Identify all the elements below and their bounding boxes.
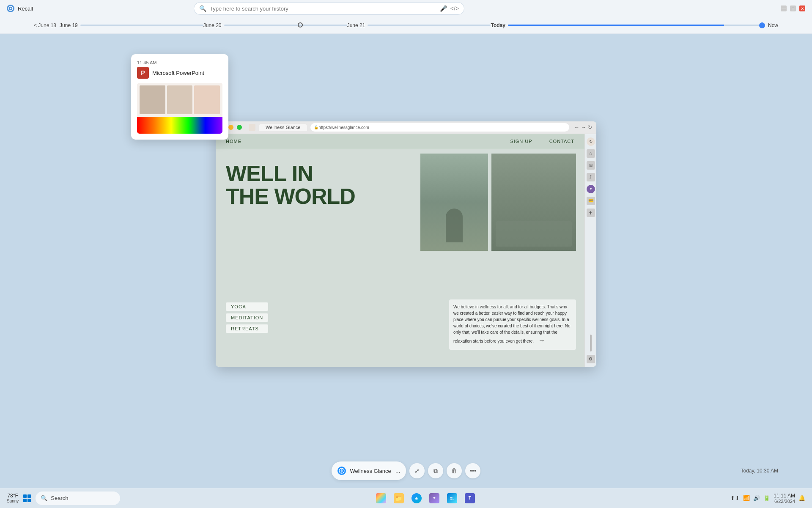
taskbar-app-store[interactable]: 🛍 bbox=[444, 491, 460, 506]
june19-track[interactable] bbox=[80, 25, 203, 26]
taskbar-time: 11:11 AM bbox=[774, 493, 795, 499]
taskbar-date: 6/22/2024 bbox=[774, 499, 795, 504]
weather-widget: 78°F Sunny bbox=[7, 493, 19, 503]
wellness-nav-contact[interactable]: CONTACT bbox=[549, 139, 574, 144]
taskbar-search-icon: 🔍 bbox=[41, 495, 47, 501]
taskbar-app-explorer[interactable]: 📁 bbox=[391, 491, 406, 506]
history-search-input[interactable] bbox=[210, 5, 436, 12]
app-title: Recall bbox=[18, 5, 33, 12]
notification-icon[interactable]: 🔔 bbox=[798, 495, 805, 501]
sidebar-collections-icon[interactable]: ⊞ bbox=[587, 161, 595, 170]
sidebar-add-icon[interactable]: + bbox=[587, 209, 595, 217]
sidebar-wallet-icon[interactable]: 💳 bbox=[587, 197, 595, 205]
main-content-area: Wellness Glance 🔒 https://wellnessglance… bbox=[0, 34, 812, 454]
wellness-body-text: We believe in wellness for all, and for … bbox=[449, 299, 576, 350]
taskbar-app-photos[interactable] bbox=[373, 491, 389, 506]
browser-body: HOME SIGN UP CONTACT WELL IN THE WORLD bbox=[216, 134, 596, 367]
timeline-june21: June 21 bbox=[347, 22, 491, 28]
taskbar-app-edge[interactable]: e bbox=[409, 491, 424, 506]
person-silhouette bbox=[446, 209, 463, 242]
search-icon: 🔍 bbox=[199, 5, 206, 12]
code-icon[interactable]: </> bbox=[450, 5, 459, 12]
recall-icon bbox=[7, 5, 14, 12]
windows-logo-icon bbox=[23, 494, 31, 502]
toolbar-expand-button[interactable]: ⤢ bbox=[409, 463, 425, 478]
scroll-bar[interactable] bbox=[590, 335, 592, 351]
maximize-button[interactable]: □ bbox=[790, 5, 796, 11]
sidebar-refresh-icon[interactable]: ↻ bbox=[587, 137, 595, 146]
june20-track[interactable] bbox=[224, 25, 347, 26]
browser-sidebar: ↻ ☆ ⊞ ⤴ ✦ 💳 + ⚙ bbox=[584, 134, 596, 367]
today-track[interactable] bbox=[508, 25, 762, 26]
wellness-menu: YOGA MEDITATION RETREATS bbox=[226, 302, 268, 333]
june20-label: June 20 bbox=[203, 22, 222, 28]
toolbar-delete-button[interactable]: 🗑 bbox=[447, 463, 462, 478]
wellness-nav-signup[interactable]: SIGN UP bbox=[510, 139, 532, 144]
june21-label: June 21 bbox=[347, 22, 365, 28]
browser-forward-icon[interactable]: → bbox=[581, 124, 586, 130]
wellness-menu-yoga[interactable]: YOGA bbox=[226, 302, 268, 311]
timeline-position-dot[interactable] bbox=[759, 22, 765, 28]
sidebar-bookmark-icon[interactable]: ☆ bbox=[587, 149, 595, 158]
wifi-icon[interactable]: 📶 bbox=[743, 495, 750, 501]
edge-browser-icon bbox=[337, 467, 346, 475]
timeline-bar: < June 18 June 19 June 20 June 21 Today … bbox=[0, 17, 812, 34]
browser-back-icon[interactable]: ← bbox=[574, 124, 579, 130]
sidebar-settings-icon[interactable]: ⚙ bbox=[587, 355, 595, 363]
wellness-menu-retreats[interactable]: RETREATS bbox=[226, 324, 268, 333]
trash-icon: 🗑 bbox=[451, 467, 457, 474]
ppt-tooltip-header: P Microsoft PowerPoint bbox=[137, 67, 222, 79]
browser-min-btn[interactable] bbox=[228, 125, 233, 130]
toolbar-more-button[interactable]: ••• bbox=[465, 463, 480, 478]
sidebar-share-icon[interactable]: ⤴ bbox=[587, 173, 595, 181]
taskbar-clock[interactable]: 11:11 AM 6/22/2024 bbox=[774, 493, 795, 504]
wellness-nav-home[interactable]: HOME bbox=[226, 139, 241, 144]
browser-favicon bbox=[249, 124, 255, 131]
history-search-bar[interactable]: 🔍 🎤 </> bbox=[194, 2, 464, 15]
taskbar-system-tray: ⬆⬇ 📶 🔊 🔋 11:11 AM 6/22/2024 🔔 bbox=[730, 493, 805, 504]
start-button[interactable] bbox=[20, 492, 34, 505]
timeline-june20: June 20 bbox=[203, 22, 347, 28]
title-bar-left: Recall bbox=[7, 5, 33, 12]
wellness-image-yoga bbox=[491, 154, 576, 251]
headline-line2: THE WORLD bbox=[226, 185, 355, 208]
june21-track[interactable] bbox=[368, 25, 491, 26]
weather-temperature: 78°F bbox=[7, 493, 18, 499]
browser-titlebar: Wellness Glance 🔒 https://wellnessglance… bbox=[216, 121, 596, 134]
ppt-img1 bbox=[140, 85, 165, 114]
yoga-deck bbox=[496, 221, 572, 247]
browser-window: Wellness Glance 🔒 https://wellnessglance… bbox=[216, 121, 596, 367]
voice-icon[interactable]: 🎤 bbox=[440, 5, 447, 12]
network-icon[interactable]: ⬆⬇ bbox=[730, 495, 740, 501]
today-label: Today bbox=[491, 22, 505, 28]
browser-max-btn[interactable] bbox=[237, 125, 242, 130]
ppt-img2 bbox=[167, 85, 193, 114]
wellness-site: HOME SIGN UP CONTACT WELL IN THE WORLD bbox=[216, 134, 584, 367]
close-button[interactable]: ✕ bbox=[799, 5, 805, 11]
title-bar: Recall 🔍 🎤 </> — □ ✕ bbox=[0, 0, 812, 17]
wellness-menu-meditation[interactable]: MEDITATION bbox=[226, 313, 268, 322]
toolbar-copy-button[interactable]: ⧉ bbox=[428, 463, 443, 478]
taskbar-search-bar[interactable]: 🔍 Search bbox=[36, 492, 120, 505]
timeline-back-button[interactable]: < June 18 bbox=[34, 22, 56, 28]
wellness-arrow-icon[interactable]: → bbox=[538, 335, 545, 346]
powerpoint-icon: P bbox=[137, 67, 149, 79]
toolbar-dots[interactable]: ... bbox=[395, 467, 401, 474]
taskbar-app-teams[interactable]: T bbox=[462, 491, 477, 506]
minimize-button[interactable]: — bbox=[781, 5, 787, 11]
ppt-rainbow-bar bbox=[137, 117, 222, 134]
headline-line1: WELL IN bbox=[226, 162, 355, 185]
browser-nav-icons: ← → ↻ bbox=[574, 124, 592, 130]
ppt-preview[interactable] bbox=[137, 83, 222, 134]
sidebar-copilot-icon[interactable]: ✦ bbox=[587, 185, 595, 193]
volume-icon[interactable]: 🔊 bbox=[753, 495, 760, 501]
timeline-today: Today Now bbox=[491, 22, 778, 28]
taskbar-app-icons: 📁 e ✦ 🛍 T bbox=[122, 491, 729, 506]
taskbar-app-copilot[interactable]: ✦ bbox=[427, 491, 442, 506]
browser-tab[interactable]: Wellness Glance bbox=[259, 124, 307, 131]
browser-addressbar[interactable]: 🔒 https://wellnessglance.com bbox=[310, 123, 569, 132]
teams-icon: T bbox=[465, 493, 475, 503]
battery-icon[interactable]: 🔋 bbox=[763, 495, 770, 501]
copilot-icon: ✦ bbox=[429, 493, 439, 503]
browser-refresh-icon[interactable]: ↻ bbox=[588, 124, 592, 130]
